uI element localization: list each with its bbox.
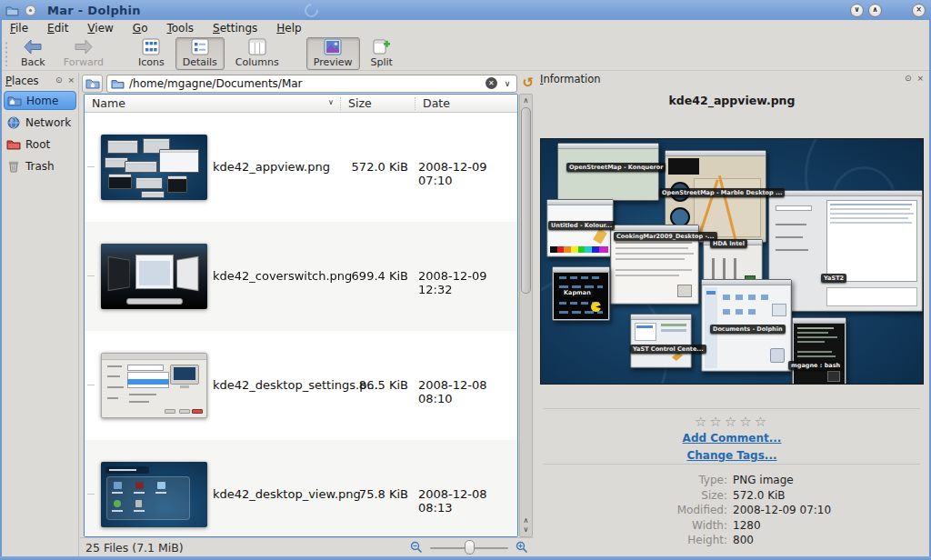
sidebar-item-trash[interactable]: Trash	[4, 156, 76, 175]
information-float-icon[interactable]: ⊙	[905, 75, 912, 83]
home-button[interactable]	[82, 75, 103, 93]
clear-text-icon[interactable]: ✕	[486, 77, 497, 89]
menu-go[interactable]: Go	[133, 22, 148, 35]
table-row[interactable]: kde42_appview.png 572.0 KiB 2008-12-09 0…	[85, 113, 517, 222]
meta-height-row: Height: 800	[536, 534, 927, 548]
location-path[interactable]: /home/mgagne/Documents/Mar	[129, 77, 486, 90]
home-folder-icon	[7, 95, 22, 107]
scrollbar-thumb[interactable]	[521, 107, 531, 294]
file-date: 2008-12-09 07:10	[418, 160, 517, 187]
scroll-down-icon[interactable]: ∨	[520, 525, 532, 535]
details-view-button[interactable]: Details	[175, 37, 225, 70]
file-list-view: Name ∨ Size Date	[84, 94, 518, 537]
preview-window-label: HDA Intel	[710, 239, 747, 248]
dolphin-window: Mar - Dolphin ∨ ∧ × File Edit View Go To…	[0, 0, 931, 560]
file-count-text: 25 Files (7.1 MiB)	[85, 541, 184, 555]
scroll-up-icon[interactable]: ∧	[520, 96, 532, 105]
menubar: File Edit View Go Tools Settings Help	[2, 20, 929, 36]
menu-file[interactable]: File	[10, 22, 28, 35]
preview-window	[557, 143, 659, 201]
zoom-slider[interactable]	[430, 540, 508, 555]
meta-value: 800	[733, 534, 754, 546]
columns-view-button[interactable]: Columns	[228, 37, 286, 70]
preview-window-label: Untitled - Kolour...	[548, 221, 615, 230]
menu-view[interactable]: View	[87, 22, 113, 35]
maximize-button[interactable]: ∧	[868, 4, 882, 17]
split-view-button[interactable]: Split	[364, 37, 400, 70]
forward-button[interactable]: Forward	[56, 37, 111, 70]
meta-value: 1280	[733, 519, 761, 532]
chevron-down-icon[interactable]: ∨	[505, 79, 511, 88]
icons-view-icon	[142, 38, 160, 55]
titlebar[interactable]: Mar - Dolphin ∨ ∧ ×	[0, 0, 931, 20]
menu-tools[interactable]: Tools	[166, 22, 194, 35]
undo-icon[interactable]: ↺	[522, 76, 534, 90]
preview-window	[792, 317, 846, 385]
preview-window-label: YaST2	[821, 274, 846, 283]
minimize-button[interactable]: ∨	[850, 4, 864, 17]
network-globe-icon	[6, 116, 21, 129]
pin-icon[interactable]	[25, 5, 38, 16]
toolbar-drag-handle[interactable]	[5, 41, 8, 66]
meta-width-row: Width: 1280	[536, 519, 927, 534]
preview-window-label: OpenStreetMap - Marble Desktop ...	[659, 188, 785, 197]
statusbar: 25 Files (7.1 MiB)	[80, 537, 534, 556]
icons-view-button[interactable]: Icons	[131, 37, 172, 70]
meta-value: 572.0 KiB	[733, 489, 786, 502]
file-thumbnail-desktop-view	[101, 462, 207, 527]
scroll-up2-icon[interactable]: ∧	[520, 516, 532, 525]
places-title: Places	[5, 75, 39, 87]
change-tags-link[interactable]: Change Tags...	[536, 449, 927, 462]
meta-value: 2008-12-09 07:10	[733, 504, 831, 516]
file-thumbnail-coverswitch	[101, 244, 207, 309]
zoom-out-icon[interactable]	[410, 541, 423, 554]
sort-chevron-icon: ∨	[328, 98, 334, 106]
information-close-icon[interactable]: ×	[916, 75, 924, 83]
preview-toggle-button[interactable]: Preview	[306, 37, 360, 70]
preview-window	[630, 314, 692, 368]
file-preview-image: OpenStreetMap - Konqueror OpenStreetMap …	[540, 138, 924, 385]
sidebar-item-network[interactable]: Network	[4, 113, 76, 132]
file-size: 86.5 KiB	[299, 378, 408, 392]
table-row[interactable]: kde42_desktop_settings.p... 86.5 KiB 200…	[85, 331, 517, 440]
file-thumbnail-desktop-settings	[101, 353, 207, 418]
add-comment-link[interactable]: Add Comment...	[536, 432, 927, 445]
column-header-name[interactable]: Name	[92, 96, 125, 110]
menu-settings[interactable]: Settings	[213, 22, 257, 35]
close-button[interactable]: ×	[912, 4, 926, 17]
sidebar-item-label: Root	[25, 138, 50, 151]
column-header-date[interactable]: Date	[423, 96, 450, 110]
split-icon	[373, 38, 391, 55]
meta-label: Modified:	[536, 504, 727, 516]
folder-icon	[111, 78, 125, 89]
places-float-icon[interactable]: ⊙	[55, 76, 63, 85]
location-bar[interactable]: /home/mgagne/Documents/Mar ✕ ∨	[106, 75, 517, 93]
window-bottom-border	[0, 556, 931, 560]
file-date: 2008-12-08 08:13	[418, 487, 517, 515]
places-close-icon[interactable]: ×	[67, 76, 75, 85]
table-row[interactable]: kde42_desktop_view.png 75.8 KiB 2008-12-…	[85, 440, 517, 537]
preview-window-label: Kapman	[561, 288, 594, 297]
menu-help[interactable]: Help	[276, 22, 301, 35]
meta-label: Size:	[536, 489, 727, 502]
menu-edit[interactable]: Edit	[47, 22, 68, 35]
sidebar-item-home[interactable]: Home	[4, 91, 76, 110]
window-menu-icon[interactable]	[5, 5, 19, 16]
zoom-slider-knob[interactable]	[465, 540, 475, 555]
rating-stars[interactable]: ☆☆☆☆☆	[536, 414, 927, 430]
places-panel: Places ⊙ × Home Network Root Tra	[2, 73, 79, 556]
preview-window-label: CookingMar2009_Desktop -...	[614, 232, 717, 241]
table-row[interactable]: kde42_coverswitch.png 699.4 KiB 2008-12-…	[85, 222, 517, 331]
vertical-scrollbar[interactable]: ∧ ∧ ∨	[519, 94, 533, 537]
column-header-row: Name ∨ Size Date	[85, 95, 517, 113]
meta-label: Type:	[536, 474, 727, 486]
meta-value: PNG image	[733, 474, 794, 486]
back-button[interactable]: Back	[14, 37, 53, 70]
meta-size-row: Size: 572.0 KiB	[536, 489, 927, 504]
sidebar-item-root[interactable]: Root	[4, 135, 76, 154]
zoom-in-icon[interactable]	[516, 541, 528, 554]
columns-view-icon	[248, 38, 266, 55]
column-header-size[interactable]: Size	[348, 96, 372, 110]
sidebar-item-label: Network	[25, 116, 71, 129]
meta-type-row: Type: PNG image	[536, 474, 927, 488]
